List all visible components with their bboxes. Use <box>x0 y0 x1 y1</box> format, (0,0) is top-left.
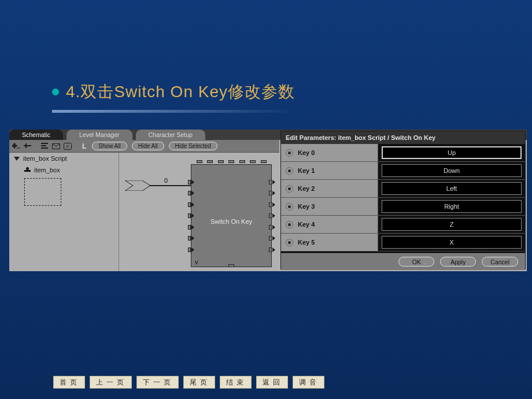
toolbar: F L Show All Hide All Hide Selected <box>9 140 279 153</box>
svg-rect-1 <box>41 143 48 144</box>
ok-button[interactable]: OK <box>398 257 434 267</box>
button-label: Hide All <box>138 143 158 149</box>
param-value-field[interactable]: X <box>382 236 522 249</box>
tab-schematic[interactable]: Schematic <box>9 130 63 140</box>
schematic-wire-label: 0 <box>164 177 168 184</box>
person-icon <box>24 167 31 173</box>
param-value: Down <box>444 167 460 174</box>
button-label: 首页 <box>58 378 80 387</box>
param-label: Key 2 <box>298 185 315 192</box>
node-pins-right <box>269 173 275 258</box>
apply-button[interactable]: Apply <box>440 257 476 267</box>
button-label: Hide Selected <box>175 143 211 149</box>
nav-end-button[interactable]: 结束 <box>220 376 252 389</box>
button-label: 下一页 <box>141 378 174 387</box>
node-pins-top <box>191 160 271 167</box>
param-value: Up <box>448 149 456 156</box>
target-icon[interactable] <box>286 167 293 175</box>
slide-heading: 4.双击Switch On Key修改参数 <box>66 81 295 103</box>
mail-icon[interactable] <box>51 142 61 150</box>
param-label: Key 5 <box>298 239 315 246</box>
toolbar-l-label[interactable]: L <box>82 142 86 150</box>
param-row: Key 4 Z <box>281 216 525 234</box>
target-icon[interactable] <box>286 239 293 246</box>
show-all-button[interactable]: Show All <box>92 142 127 150</box>
button-label: 返回 <box>261 378 283 387</box>
edit-parameters-footer: OK Apply Cancel <box>281 253 525 270</box>
tree-placeholder-box <box>24 178 61 206</box>
hide-selected-button[interactable]: Hide Selected <box>169 142 217 150</box>
slide-heading-block: 4.双击Switch On Key修改参数 <box>52 81 522 113</box>
align-icon[interactable] <box>40 142 49 150</box>
f-square-icon[interactable]: F <box>63 142 72 150</box>
param-label: Key 3 <box>298 203 315 210</box>
nav-audio-button[interactable]: 调音 <box>293 376 324 389</box>
param-label-cell: Key 3 <box>281 198 378 215</box>
tab-level-manager[interactable]: Level Manager <box>66 130 132 140</box>
nav-last-button[interactable]: 尾页 <box>183 376 215 389</box>
schematic-node[interactable]: Switch On Key v <box>191 164 272 267</box>
param-value-field[interactable]: Z <box>382 218 522 231</box>
bottom-nav: 首页 上一页 下一页 尾页 结束 返回 调音 <box>53 376 324 389</box>
param-value-field[interactable]: Right <box>382 200 522 213</box>
param-label-cell: Key 2 <box>281 180 378 197</box>
tree-item-label: item_box Script <box>23 155 67 162</box>
button-label: Show All <box>98 143 120 149</box>
node-pins-left <box>188 173 194 258</box>
button-label: 尾页 <box>188 378 210 387</box>
add-plus-icon[interactable] <box>12 142 21 150</box>
param-value-field[interactable]: Left <box>382 182 522 195</box>
param-label-cell: Key 0 <box>281 144 378 161</box>
svg-rect-2 <box>41 145 46 146</box>
schematic-input-shape[interactable] <box>125 180 150 191</box>
tree-item-label: item_box <box>34 167 60 173</box>
nav-back-button[interactable]: 返回 <box>256 376 288 389</box>
button-label: Apply <box>450 258 466 265</box>
edit-parameters-title: Edit Parameters: item_box Script / Switc… <box>281 131 525 144</box>
cancel-button[interactable]: Cancel <box>482 257 518 267</box>
node-pins-bottom <box>191 264 271 271</box>
param-row: Key 0 Up <box>281 144 525 162</box>
node-caption: Switch On Key <box>191 218 271 225</box>
svg-text:F: F <box>66 144 70 149</box>
nav-next-button[interactable]: 下一页 <box>136 376 179 389</box>
target-icon[interactable] <box>286 149 293 157</box>
param-row: Key 1 Down <box>281 162 525 180</box>
param-value: X <box>449 239 453 246</box>
add-minus-icon[interactable] <box>23 142 32 150</box>
svg-marker-7 <box>125 180 150 191</box>
param-value: Z <box>450 221 454 228</box>
param-label-cell: Key 1 <box>281 162 378 179</box>
target-icon[interactable] <box>286 185 293 193</box>
nav-first-button[interactable]: 首页 <box>53 376 85 389</box>
nav-prev-button[interactable]: 上一页 <box>90 376 132 389</box>
button-label: Cancel <box>490 258 509 265</box>
param-label-cell: Key 5 <box>281 234 378 251</box>
target-icon[interactable] <box>286 203 293 210</box>
param-value: Left <box>446 185 457 192</box>
tab-label: Schematic <box>22 131 50 138</box>
schematic-canvas[interactable]: 0 Switch On Key v <box>119 153 279 271</box>
editor-panel: Schematic Level Manager Character Setup … <box>9 130 527 271</box>
svg-rect-0 <box>28 145 31 146</box>
bullet-icon <box>52 88 59 95</box>
param-value-field[interactable]: Up <box>382 146 522 159</box>
tree-root-item[interactable]: item_box Script <box>9 153 119 163</box>
target-icon[interactable] <box>286 221 293 228</box>
button-label: 调音 <box>297 378 320 387</box>
tree-panel: item_box Script item_box <box>9 153 119 271</box>
hide-all-button[interactable]: Hide All <box>132 142 164 150</box>
param-label-cell: Key 4 <box>281 216 378 233</box>
tab-label: Level Manager <box>79 131 119 138</box>
tab-character-setup[interactable]: Character Setup <box>136 130 205 140</box>
button-label: 上一页 <box>94 378 127 387</box>
edit-parameters-panel: Edit Parameters: item_box Script / Switc… <box>280 131 526 269</box>
tab-label: Character Setup <box>149 131 193 138</box>
caret-down-icon <box>14 157 20 161</box>
param-value-field[interactable]: Down <box>382 164 522 177</box>
param-label: Key 0 <box>298 149 315 156</box>
button-label: OK <box>412 258 421 265</box>
param-value: Right <box>444 203 459 210</box>
tree-child-item[interactable]: item_box <box>9 163 119 175</box>
button-label: 结束 <box>224 378 247 387</box>
